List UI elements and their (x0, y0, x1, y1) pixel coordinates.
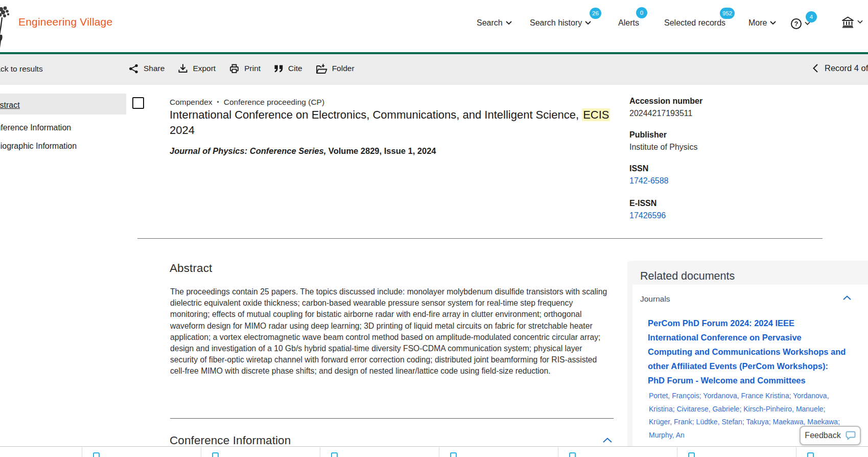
title-highlighted-term: ECIS (582, 108, 610, 121)
quote-icon (274, 64, 284, 73)
share-icon (128, 63, 139, 74)
eissn-label: E-ISSN (629, 199, 849, 208)
document-icon (331, 452, 338, 457)
nav-alerts-label: Alerts (618, 18, 639, 28)
section-divider (137, 238, 823, 239)
strip-divider (320, 447, 320, 457)
strip-divider (796, 447, 796, 457)
related-group-journals-label: Journals (640, 294, 670, 304)
nav-selected-records-label: Selected records (664, 18, 725, 28)
record-eyebrow: Compendex • Conference proceeding (CP) (170, 98, 324, 107)
export-label: Export (193, 64, 216, 73)
share-label: Share (144, 64, 165, 73)
chevron-down-icon (857, 20, 863, 24)
conference-information-heading: Conference Information (170, 434, 291, 447)
cite-button[interactable]: Cite (274, 64, 302, 73)
toolbar-actions: Share Export Print Cite (128, 62, 355, 75)
institution-icon (841, 16, 854, 28)
export-button[interactable]: Export (178, 63, 216, 74)
collapse-section-button[interactable] (603, 438, 612, 443)
title-text: International Conference on Electronics,… (170, 108, 582, 121)
title-text-suffix: 2024 (170, 124, 195, 136)
print-button[interactable]: Print (229, 63, 261, 74)
elsevier-tree-logo (0, 3, 13, 50)
add-to-folder-icon (316, 63, 327, 74)
issn-link[interactable]: 1742-6588 (629, 176, 669, 185)
nav-search-history[interactable]: Search history (530, 17, 591, 29)
document-icon (688, 452, 695, 457)
related-documents-title: Related documents (640, 270, 735, 283)
nav-search[interactable]: Search (477, 17, 512, 29)
help-badge: 4 (806, 11, 817, 22)
eissn-link[interactable]: 17426596 (629, 211, 666, 220)
separator-dot: • (217, 99, 219, 106)
accession-number-field: Accession number 20244217193511 (629, 97, 849, 118)
publisher-field: Publisher Institute of Physics (629, 130, 849, 152)
share-button[interactable]: Share (128, 63, 165, 74)
record-checkbox[interactable] (132, 97, 144, 109)
strip-divider (677, 447, 677, 457)
related-document-link[interactable]: PerCom PhD Forum 2024: 2024 IEEE Interna… (648, 316, 846, 387)
publisher-value: Institute of Physics (629, 143, 849, 152)
sidebar-item-bibliographic-information[interactable]: Bibliographic Information (0, 142, 77, 151)
search-history-badge: 26 (590, 8, 601, 19)
download-icon (178, 63, 188, 74)
alerts-badge: 0 (636, 7, 647, 18)
brand-title[interactable]: Engineering Village (18, 16, 112, 28)
nav-search-label: Search (477, 18, 503, 28)
issn-label: ISSN (629, 164, 849, 173)
section-divider (170, 418, 614, 419)
document-icon (450, 452, 457, 457)
nav-alerts[interactable]: Alerts (618, 17, 639, 29)
abstract-heading: Abstract (170, 262, 212, 275)
sidebar-item-abstract[interactable]: Abstract (0, 101, 20, 110)
nav-institution[interactable] (841, 16, 863, 28)
abstract-text: The proceedings contain 25 papers. The t… (170, 286, 607, 377)
chevron-up-icon (603, 438, 612, 443)
accession-number-value: 20244217193511 (629, 109, 849, 118)
strip-divider (439, 447, 439, 457)
nav-more[interactable]: More (748, 17, 776, 29)
selected-records-badge: 952 (720, 8, 735, 19)
cutoff-results-strip (0, 446, 868, 457)
chevron-down-icon (770, 21, 776, 25)
eissn-field: E-ISSN 17426596 (629, 199, 849, 220)
feedback-label: Feedback (805, 431, 840, 440)
nav-more-label: More (748, 18, 767, 28)
nav-search-history-label: Search history (530, 18, 582, 28)
issn-field: ISSN 1742-6588 (629, 164, 849, 186)
database-label: Compendex (170, 98, 213, 107)
chevron-left-icon[interactable] (813, 64, 818, 73)
record-title: International Conference on Electronics,… (170, 107, 612, 138)
document-icon (569, 452, 576, 457)
record-pagination: Record 4 of (813, 63, 868, 73)
strip-divider (558, 447, 558, 457)
back-to-results-link[interactable]: Back to results (0, 64, 43, 74)
chevron-down-icon (506, 21, 512, 25)
document-icon (807, 452, 814, 457)
nav-selected-records[interactable]: Selected records (664, 17, 725, 29)
publisher-label: Publisher (629, 130, 849, 140)
journal-volume-issue: Volume 2829, Issue 1, 2024 (326, 146, 436, 155)
chevron-up-icon (843, 295, 851, 300)
feedback-button[interactable]: Feedback (800, 426, 861, 445)
strip-divider (82, 447, 82, 457)
source-line: Journal of Physics: Conference Series, V… (170, 146, 436, 156)
strip-divider (201, 447, 201, 457)
printer-icon (229, 63, 240, 74)
print-label: Print (244, 64, 261, 73)
sidebar-item-conference-information[interactable]: Conference Information (0, 123, 71, 132)
document-icon (93, 452, 100, 457)
speech-bubble-icon (846, 431, 856, 440)
help-icon: ? (791, 18, 802, 29)
doc-type-label: Conference proceeding (CP) (224, 98, 324, 107)
chevron-down-icon (585, 21, 591, 25)
folder-label: Folder (332, 64, 355, 73)
accession-number-label: Accession number (629, 97, 849, 106)
cite-label: Cite (288, 64, 302, 73)
document-icon (212, 452, 219, 457)
folder-button[interactable]: Folder (316, 63, 355, 74)
journal-name: Journal of Physics: Conference Series, (170, 146, 326, 155)
app-header: Engineering Village Search Search histor… (0, 0, 868, 52)
collapse-journals-group-button[interactable] (843, 295, 851, 300)
